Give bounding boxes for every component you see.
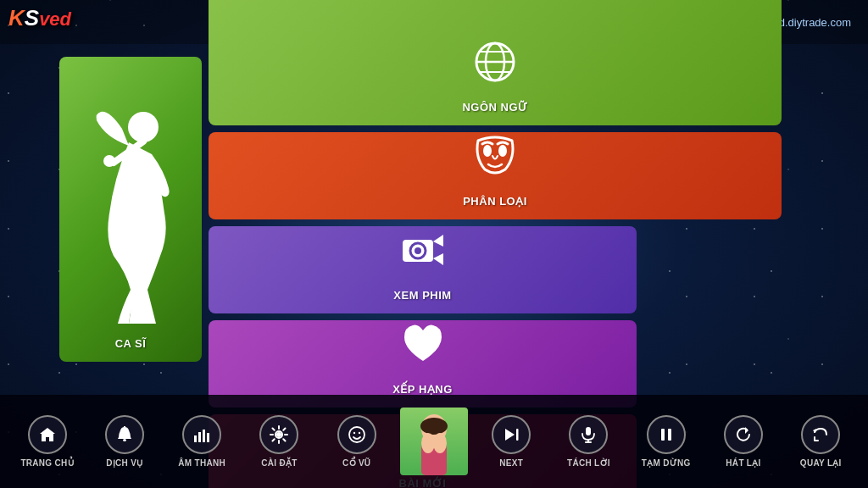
main-grid: CA SĨ CHỮ CÁI	[0, 44, 868, 374]
person-thumbnail-svg	[400, 408, 468, 475]
settings-icon	[270, 425, 288, 444]
svg-marker-15	[433, 235, 443, 247]
quay-lai-label: QUAY LẠI	[800, 458, 842, 468]
tile-ngon-ngu[interactable]: NGÔN NGỮ	[209, 0, 782, 125]
toolbar: TRANG CHỦ DỊCH VỤ ÂM THANH	[0, 395, 868, 488]
svg-rect-40	[661, 429, 665, 441]
equalizer-icon	[192, 425, 211, 444]
mask-icon	[471, 132, 519, 186]
svg-point-10	[483, 145, 492, 157]
dich-vu-label: DỊCH VỤ	[106, 458, 142, 468]
hat-lai-label: HÁT LẠI	[726, 458, 760, 468]
svg-point-2	[103, 155, 115, 167]
trang-chu-label: TRANG CHỦ	[20, 458, 73, 468]
heart-icon	[399, 320, 447, 374]
hat-lai-button[interactable]	[724, 415, 763, 454]
tile-phan-loai[interactable]: PHÂN LOẠI	[209, 132, 782, 219]
toolbar-item-co-vu[interactable]: CỔ VŨ	[323, 415, 391, 468]
toolbar-item-trang-chu[interactable]: TRANG CHỦ	[14, 415, 81, 468]
svg-point-34	[433, 433, 447, 453]
smiley-icon	[348, 425, 366, 444]
tile-label-ngon-ngu: NGÔN NGỮ	[462, 101, 527, 114]
svg-point-14	[415, 247, 421, 254]
svg-rect-24	[203, 430, 205, 442]
svg-rect-23	[198, 432, 201, 442]
tile-ca-si[interactable]: CA SĨ	[59, 57, 202, 362]
tile-label-ca-si: CA SĨ	[115, 337, 147, 350]
svg-point-0	[128, 112, 159, 142]
svg-point-33	[421, 433, 435, 453]
tile-label-xep-hang: XẾP HẠNG	[392, 383, 453, 396]
svg-rect-41	[668, 429, 671, 441]
next-label: NEXT	[499, 458, 523, 468]
camera-icon	[399, 226, 447, 280]
toolbar-item-cai-dat[interactable]: CÀI ĐẶT	[245, 415, 313, 468]
cai-dat-button[interactable]	[259, 415, 298, 454]
svg-point-26	[276, 432, 281, 437]
co-vu-label: CỔ VŨ	[342, 458, 370, 468]
svg-point-29	[358, 432, 359, 434]
cai-dat-label: CÀI ĐẶT	[261, 458, 297, 468]
thumbnail-item[interactable]	[400, 408, 468, 475]
tile-label-phan-loai: PHÂN LOẠI	[463, 195, 527, 208]
app-logo: KSved	[8, 5, 71, 31]
tile-label-xem-phim: XEM PHIM	[393, 289, 451, 302]
svg-marker-16	[433, 253, 443, 265]
toolbar-item-tach-loi[interactable]: TÁCH LỜI	[554, 415, 622, 468]
pause-icon	[657, 425, 676, 444]
co-vu-button[interactable]	[337, 415, 376, 454]
toolbar-item-hat-lai[interactable]: HÁT LẠI	[709, 415, 777, 468]
toolbar-item-dich-vu[interactable]: DỊCH VỤ	[91, 415, 159, 468]
next-button[interactable]	[492, 415, 531, 454]
toolbar-item-am-thanh[interactable]: ÂM THANH	[168, 415, 236, 468]
dich-vu-button[interactable]	[105, 415, 144, 454]
microphone-icon	[579, 425, 598, 444]
tam-dung-button[interactable]	[647, 415, 686, 454]
svg-point-31	[420, 418, 448, 435]
singer-icon	[80, 103, 181, 324]
svg-point-27	[349, 427, 364, 442]
toolbar-item-tam-dung[interactable]: TẠM DỪNG	[632, 415, 700, 468]
svg-rect-25	[207, 433, 209, 442]
am-thanh-label: ÂM THANH	[178, 458, 225, 468]
quay-lai-button[interactable]	[801, 415, 840, 454]
skip-next-icon	[502, 425, 520, 444]
svg-point-11	[498, 145, 507, 157]
bell-icon	[115, 425, 134, 444]
tach-loi-label: TÁCH LỜI	[567, 458, 610, 468]
tam-dung-label: TẠM DỪNG	[642, 458, 691, 468]
back-icon	[811, 425, 830, 444]
svg-rect-36	[516, 429, 519, 441]
svg-rect-37	[586, 427, 591, 435]
svg-marker-35	[505, 429, 515, 441]
svg-point-28	[353, 432, 354, 434]
svg-marker-42	[745, 427, 748, 434]
globe-icon	[471, 38, 519, 92]
trang-chu-button[interactable]	[28, 415, 67, 454]
am-thanh-button[interactable]	[182, 415, 221, 454]
home-icon	[38, 425, 57, 444]
tile-xem-phim[interactable]: XEM PHIM	[209, 226, 637, 313]
toolbar-item-next[interactable]: NEXT	[477, 415, 545, 468]
tach-loi-button[interactable]	[569, 415, 608, 454]
replay-icon	[734, 425, 753, 444]
svg-rect-22	[194, 435, 197, 442]
svg-rect-20	[123, 439, 126, 441]
thumbnail-image	[400, 408, 468, 475]
toolbar-item-quay-lai[interactable]: QUAY LẠI	[787, 415, 854, 468]
